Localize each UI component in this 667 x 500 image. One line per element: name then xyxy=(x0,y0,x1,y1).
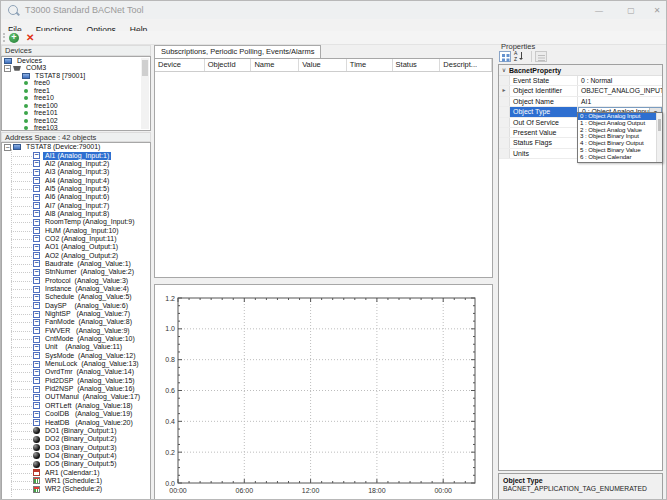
tree-item-label[interactable]: HeatDB (Analog_Value:20) xyxy=(43,419,135,427)
property-row[interactable]: Object NameAI1 xyxy=(499,97,662,107)
property-label[interactable]: Units xyxy=(510,149,578,158)
property-label[interactable]: Object Identifier xyxy=(510,86,578,95)
tree-item[interactable]: AO2 (Analog_Output:2) xyxy=(2,251,150,259)
tree-item-label[interactable]: Protocol (Analog_Value:3) xyxy=(43,277,130,285)
tree-item[interactable]: CntMode (Analog_Value:10) xyxy=(2,335,150,343)
tree-item-label[interactable]: DO4 (Binary_Output:4) xyxy=(43,452,119,460)
tree-item[interactable]: AI4 (Analog_Input:4) xyxy=(2,176,150,184)
tree-item[interactable]: AI7 (Analog_Input:7) xyxy=(2,201,150,209)
add-icon[interactable]: + xyxy=(9,33,19,43)
tree-item[interactable]: free102 xyxy=(2,117,150,125)
tree-item-label[interactable]: AI4 (Analog_Input:4) xyxy=(43,177,111,185)
property-value[interactable]: 0 : Normal xyxy=(578,76,662,85)
dropdown-item[interactable]: 6 : Object Calendar xyxy=(578,154,662,161)
tree-item[interactable]: Instance (Analog_Value:4) xyxy=(2,285,150,293)
dropdown-scrollbar[interactable] xyxy=(656,113,662,162)
column-header-time[interactable]: Time xyxy=(347,59,393,71)
collapse-chevron-icon[interactable]: ∨ xyxy=(499,65,509,75)
tree-item-label[interactable]: TSTAT8 (Device:79001) xyxy=(24,143,102,151)
delete-icon[interactable]: ✕ xyxy=(26,31,34,44)
tree-item-label[interactable]: AI2 (Analog_Input:2) xyxy=(43,160,111,168)
column-header-objectid[interactable]: ObjectId xyxy=(205,59,252,71)
tree-item-label[interactable]: DaySP (Analog_Value:6) xyxy=(43,302,130,310)
tree-item[interactable]: SysMode (Analog_Value:12) xyxy=(2,352,150,360)
tree-item-label[interactable]: FWVER (Analog_Value:9) xyxy=(43,327,132,335)
tree-item[interactable]: AI1 (Analog_Input:1) xyxy=(2,151,150,159)
property-label[interactable]: Object Type xyxy=(510,107,578,116)
tree-item[interactable]: DO2 (Binary_Output:2) xyxy=(2,435,150,443)
tree-item-label[interactable]: AR1 (Calendar:1) xyxy=(43,469,101,477)
tree-item-label[interactable]: free103 xyxy=(32,124,60,131)
tree-item-label[interactable]: AI8 (Analog_Input:8) xyxy=(43,210,111,218)
tree-item[interactable]: free10 xyxy=(2,95,150,103)
tree-item-label[interactable]: CO2 (Analog_Input:11) xyxy=(43,235,118,243)
tree-item[interactable]: StnNumer (Analog_Value:2) xyxy=(2,268,150,276)
property-label[interactable]: Out Of Service xyxy=(510,118,578,127)
dropdown-item[interactable]: 2 : Object Analog Value xyxy=(578,127,662,134)
tree-item-label[interactable]: AO2 (Analog_Output:2) xyxy=(43,252,120,260)
tree-item[interactable]: DaySP (Analog_Value:6) xyxy=(2,302,150,310)
tree-item[interactable]: CO2 (Analog_Input:11) xyxy=(2,235,150,243)
tree-item-label[interactable]: DO3 (Binary_Output:3) xyxy=(43,444,119,452)
tree-item[interactable]: DO5 (Binary_Output:5) xyxy=(2,460,150,468)
tree-item-label[interactable]: RoomTemp (Analog_Input:9) xyxy=(43,218,137,226)
tree-item-label[interactable]: DO2 (Binary_Output:2) xyxy=(43,435,119,443)
property-label[interactable]: Object Name xyxy=(510,97,578,106)
column-header-value[interactable]: Value xyxy=(299,59,347,71)
tree-item-label[interactable]: NightSP (Analog_Value:7) xyxy=(43,310,132,318)
tab-subscriptions[interactable]: Subscriptions, Periodic Polling, Events/… xyxy=(154,45,321,58)
tree-item[interactable]: CoolDB (Analog_Value:19) xyxy=(2,410,150,418)
tree-item[interactable]: Pid2DSP (Analog_Value:15) xyxy=(2,377,150,385)
column-header-descript-[interactable]: Descript... xyxy=(440,59,492,71)
tree-item[interactable]: AI5 (Analog_Input:5) xyxy=(2,185,150,193)
column-header-status[interactable]: Status xyxy=(393,59,441,71)
sort-alphabetical-icon[interactable] xyxy=(514,51,527,62)
tree-item-label[interactable]: HUM (Analog_Input:10) xyxy=(43,227,121,235)
toolbar-grip[interactable] xyxy=(3,33,5,42)
tree-item-label[interactable]: AI3 (Analog_Input:3) xyxy=(43,168,111,176)
close-button[interactable]: ✕ xyxy=(647,4,667,17)
property-value[interactable]: OBJECT_ANALOG_INPUT:1 xyxy=(578,86,662,95)
tree-item[interactable]: AR1 (Calendar:1) xyxy=(2,468,150,476)
tree-item-label[interactable]: SysMode (Analog_Value:12) xyxy=(43,352,138,360)
tree-item[interactable]: Baudrate (Analog_Value:1) xyxy=(2,260,150,268)
tree-item-label[interactable]: AI6 (Analog_Input:6) xyxy=(43,193,111,201)
property-row[interactable]: Event State0 : Normal xyxy=(499,76,662,86)
property-category-row[interactable]: ∨BacnetProperty xyxy=(499,65,662,76)
tree-item[interactable]: DO3 (Binary_Output:3) xyxy=(2,443,150,451)
tree-item[interactable]: NightSP (Analog_Value:7) xyxy=(2,310,150,318)
categorized-icon[interactable] xyxy=(499,51,511,62)
tree-item[interactable]: HUM (Analog_Input:10) xyxy=(2,226,150,234)
tree-item-label[interactable]: Schedule (Analog_Value:5) xyxy=(43,293,134,301)
tree-item[interactable]: free101 xyxy=(2,110,150,118)
property-value[interactable]: AI1 xyxy=(578,97,662,106)
tree-item-label[interactable]: Instance (Analog_Value:4) xyxy=(43,285,131,293)
expander-icon[interactable]: − xyxy=(4,65,11,72)
dropdown-item[interactable]: 3 : Object Binary Input xyxy=(578,133,662,140)
tree-item-label[interactable]: DO1 (Binary_Output:1) xyxy=(43,427,119,435)
tree-item[interactable]: TSTAT8 [79001] xyxy=(2,72,150,80)
tree-item[interactable]: FWVER (Analog_Value:9) xyxy=(2,327,150,335)
tree-item[interactable]: OUTManul (Analog_Value:17) xyxy=(2,393,150,401)
tree-item[interactable]: −TSTAT8 (Device:79001) xyxy=(2,143,150,151)
expander-icon[interactable]: − xyxy=(4,144,11,151)
dropdown-item[interactable]: 1 : Object Analog Output xyxy=(578,120,662,127)
tree-item-label[interactable]: Baudrate (Analog_Value:1) xyxy=(43,260,133,268)
tree-item-label[interactable]: OUTManul (Analog_Value:17) xyxy=(43,393,142,401)
tree-item[interactable]: AI3 (Analog_Input:3) xyxy=(2,168,150,176)
tree-item[interactable]: AI6 (Analog_Input:6) xyxy=(2,193,150,201)
property-label[interactable]: Event State xyxy=(510,76,578,85)
dropdown-item[interactable]: 0 : Object Analog Input xyxy=(578,113,662,120)
tree-item[interactable]: HeatDB (Analog_Value:20) xyxy=(2,418,150,426)
property-label[interactable]: Present Value xyxy=(510,128,578,137)
tree-item-label[interactable]: FanMode (Analog_Value:8) xyxy=(43,318,134,326)
tree-item-label[interactable]: AI1 (Analog_Input:1) xyxy=(43,152,111,160)
property-row[interactable]: ▸Object IdentifierOBJECT_ANALOG_INPUT:1 xyxy=(499,86,662,96)
property-label[interactable]: Status Flags xyxy=(510,138,578,147)
column-header-device[interactable]: Device xyxy=(155,59,205,71)
tree-item[interactable]: DO4 (Binary_Output:4) xyxy=(2,452,150,460)
tree-item-label[interactable]: Pid2DSP (Analog_Value:15) xyxy=(43,377,137,385)
tree-item-label[interactable]: CoolDB (Analog_Value:19) xyxy=(43,410,134,418)
dropdown-item[interactable]: 5 : Object Binary Value xyxy=(578,147,662,154)
tree-item[interactable]: RoomTemp (Analog_Input:9) xyxy=(2,218,150,226)
